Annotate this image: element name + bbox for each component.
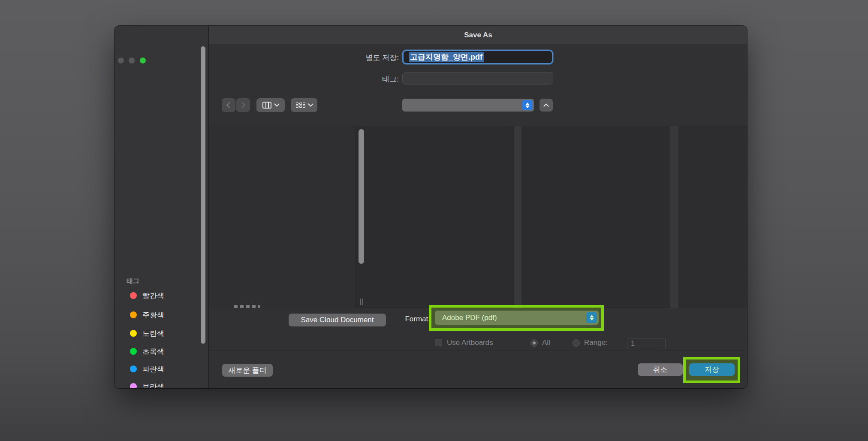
filename-field-label: 별도 저장: <box>313 53 399 63</box>
tag-label: 주황색 <box>142 310 164 320</box>
file-browser[interactable] <box>209 126 747 308</box>
chevron-left-icon <box>226 102 232 108</box>
yellow-tag-dot-icon <box>130 330 137 337</box>
blue-tag-dot-icon <box>130 365 137 372</box>
tag-label: 초록색 <box>142 347 164 356</box>
tag-label: 노란색 <box>142 329 164 338</box>
format-selected-value: Adobe PDF (pdf) <box>442 314 497 322</box>
range-radio[interactable] <box>573 339 580 347</box>
dialog-main-panel: Save As 별도 저장: 고급지명함_양면.pdf 태그: <box>209 26 747 388</box>
format-label: Format: <box>387 315 430 323</box>
truncated-item-label <box>234 305 260 308</box>
stepper-icon <box>586 312 597 323</box>
red-tag-dot-icon <box>130 292 137 299</box>
sidebar-item-tag-orange[interactable]: 주황색 <box>115 308 208 321</box>
sidebar-item-tag-green[interactable]: 초록색 <box>115 345 208 358</box>
format-select[interactable]: Adobe PDF (pdf) <box>435 311 599 325</box>
chevron-down-icon <box>274 101 280 107</box>
zoom-window-button[interactable] <box>140 57 146 63</box>
cancel-button[interactable]: 취소 <box>638 363 683 376</box>
sidebar-tags-header: 태그 <box>127 277 139 285</box>
orange-tag-dot-icon <box>130 311 137 318</box>
column-divider[interactable] <box>670 126 679 308</box>
column-divider[interactable] <box>513 126 522 308</box>
sidebar: 태그 빨간색 주황색 노란색 초록색 파란색 <box>115 26 208 388</box>
use-artboards-checkbox[interactable] <box>435 339 442 346</box>
chevron-down-icon <box>308 101 313 107</box>
all-radio[interactable] <box>530 339 538 347</box>
location-select[interactable] <box>402 99 534 112</box>
browser-column-4[interactable] <box>679 126 747 308</box>
columns-view-icon <box>262 102 271 109</box>
save-button[interactable]: 저장 <box>689 363 735 376</box>
collapse-dialog-button[interactable] <box>539 99 553 112</box>
column-resize-handle-icon[interactable] <box>359 299 364 305</box>
sidebar-item-tag-blue[interactable]: 파란색 <box>115 362 208 375</box>
sidebar-item-tag-red[interactable]: 빨간색 <box>115 289 208 302</box>
tag-label: 파란색 <box>142 364 164 374</box>
tags-input[interactable] <box>402 72 553 85</box>
chevron-up-icon <box>543 103 549 109</box>
chevron-right-icon <box>239 102 245 108</box>
back-button[interactable] <box>222 98 235 112</box>
section-separator <box>209 350 747 351</box>
column-view-button[interactable] <box>256 98 285 112</box>
sidebar-item-tag-purple[interactable]: 보라색 <box>115 380 208 388</box>
sidebar-item-tag-yellow[interactable]: 노란색 <box>115 327 208 340</box>
column-scrollbar[interactable] <box>359 129 364 264</box>
range-radio-label: Range: <box>584 338 608 347</box>
minimize-window-button[interactable] <box>129 57 135 63</box>
close-window-button[interactable] <box>118 57 124 63</box>
new-folder-button[interactable]: 새로운 폴더 <box>222 364 273 377</box>
tag-label: 보라색 <box>142 382 164 388</box>
filename-input[interactable]: 고급지명함_양면.pdf <box>402 50 553 64</box>
selected-filename-text: 고급지명함_양면.pdf <box>409 52 484 62</box>
all-radio-label: All <box>542 338 550 347</box>
save-cloud-document-button[interactable]: Save Cloud Document <box>289 314 386 326</box>
group-view-button[interactable] <box>291 98 317 112</box>
grid-view-icon <box>296 103 305 108</box>
dialog-title: Save As <box>209 26 747 44</box>
browser-column-1[interactable] <box>209 126 356 308</box>
forward-button[interactable] <box>236 98 250 112</box>
stepper-icon <box>522 100 533 110</box>
use-artboards-label: Use Artboards <box>447 338 493 347</box>
purple-tag-dot-icon <box>130 383 137 388</box>
tag-label: 빨간색 <box>142 291 164 301</box>
green-tag-dot-icon <box>130 348 137 355</box>
desktop-backdrop: 태그 빨간색 주황색 노란색 초록색 파란색 <box>0 0 868 441</box>
tags-field-label: 태그: <box>313 74 399 84</box>
range-input[interactable]: 1 <box>627 338 666 349</box>
save-as-dialog: 태그 빨간색 주황색 노란색 초록색 파란색 <box>115 26 747 388</box>
